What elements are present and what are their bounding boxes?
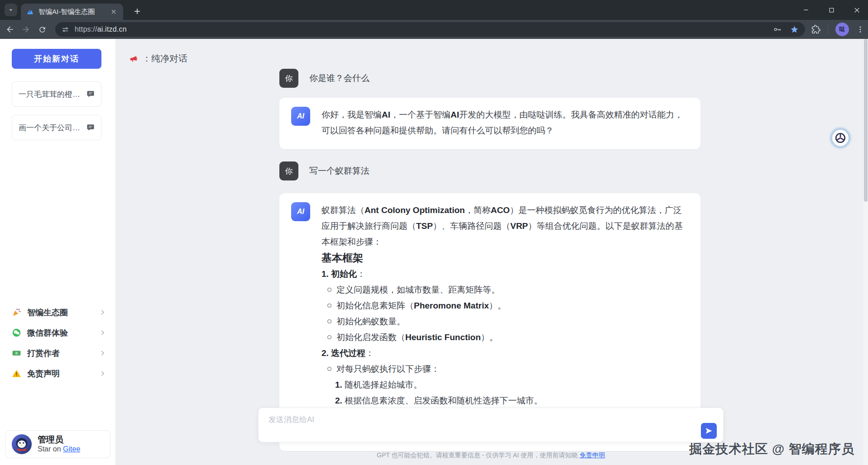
composer [258, 408, 724, 442]
user-name: 管理员 [38, 434, 80, 445]
conversation-title: 一只毛茸茸的橙色... [19, 89, 82, 100]
paper-plane-icon [705, 427, 713, 435]
page-title: ：纯净对话 [142, 52, 187, 65]
megaphone-icon [129, 54, 138, 63]
tab-close-icon[interactable] [110, 8, 118, 16]
chevron-right-icon [99, 350, 106, 356]
user-message: 你 你是谁？会什么 [279, 69, 700, 88]
disclaimer-link[interactable]: 免责申明 [580, 451, 605, 459]
wechat-icon [12, 328, 21, 337]
conversation-item[interactable]: 一只毛茸茸的橙色... [12, 81, 101, 107]
maximize-icon[interactable] [825, 3, 838, 17]
extensions-icon[interactable] [811, 25, 820, 34]
user-avatar: 你 [279, 161, 298, 180]
tab-strip: 智编AI-智编生态圈 + [0, 0, 868, 20]
sidebar-links: 智编生态圈 微信群体验 打赏作者 [0, 302, 116, 384]
sidebar-item-wechat-group[interactable]: 微信群体验 [0, 323, 116, 343]
window-controls [799, 0, 863, 20]
address-bar[interactable]: https://ai.itzd.cn [55, 22, 805, 37]
list-item: 初始化信息素矩阵（Pheromone Matrix）。 [321, 298, 688, 313]
list-item: 2. 根据信息素浓度、启发函数和随机性选择下一城市。 [321, 393, 688, 408]
message-paragraph: 蚁群算法（Ant Colony Optimization，简称ACO）是一种模拟… [321, 202, 688, 250]
ai-avatar: AI [291, 202, 310, 221]
list-item: 2. 迭代过程： [321, 345, 688, 361]
user-message: 你 写一个蚁群算法 [279, 161, 700, 180]
user-card[interactable]: 管理员 Star on Gitee [5, 430, 110, 458]
browser-toolbar: https://ai.itzd.cn 哒 [0, 20, 868, 39]
profile-avatar[interactable]: 哒 [835, 23, 849, 36]
floating-helper-button[interactable] [830, 128, 850, 148]
send-button[interactable] [701, 423, 717, 439]
message-text: 写一个蚁群算法 [309, 165, 369, 177]
reload-button[interactable] [34, 22, 50, 37]
sidebar-item-label: 微信群体验 [27, 327, 93, 338]
back-button[interactable] [2, 22, 18, 37]
url-text: https://ai.itzd.cn [75, 25, 127, 33]
bookmark-star-icon[interactable] [790, 25, 799, 34]
disclaimer-footer: GPT 也可能会犯错。请核查重要信息 - 仅供学习 AI 使用，使用前请知晓 免… [258, 451, 724, 460]
scrollbar-thumb[interactable] [864, 39, 868, 202]
message-text: 你是谁？会什么 [309, 72, 369, 84]
message-text: 你好，我是智编AI，一个基于智编AI开发的大模型，由哒哒训练。我具备高效精准的对… [321, 107, 688, 138]
browser-tab[interactable]: 智编AI-智编生态圈 [21, 4, 123, 20]
chat-header: ：纯净对话 [129, 52, 187, 65]
scrollbar-track[interactable] [863, 39, 868, 465]
gitee-link[interactable]: Gitee [63, 445, 80, 453]
list-item: 定义问题规模，如城市数量、距离矩阵等。 [321, 282, 688, 298]
sidebar-item-label: 免责声明 [27, 368, 93, 379]
chevron-right-icon [99, 309, 106, 316]
warning-icon [12, 369, 21, 378]
chevron-right-icon [99, 370, 106, 377]
list-item: 对每只蚂蚁执行以下步骤： [321, 361, 688, 377]
chat-bubble-icon [86, 123, 95, 132]
conversation-title: 画一个关于公司合... [19, 123, 82, 133]
message-list: 你 你是谁？会什么 AI 你好，我是智编AI，一个基于智编AI开发的大模型，由哒… [279, 39, 700, 451]
list-item: 1. 随机选择起始城市。 [321, 377, 688, 393]
party-popper-icon [12, 308, 21, 317]
password-key-icon[interactable] [773, 25, 782, 34]
app-window: 开始新对话 一只毛茸茸的橙色... 画一个关于公司合... 智编生态圈 [0, 39, 868, 465]
menu-dots-icon[interactable] [856, 25, 864, 33]
sidebar-item-label: 打赏作者 [27, 348, 93, 359]
message-input[interactable] [268, 413, 671, 436]
site-favicon-icon [26, 8, 34, 16]
list-item: 1. 初始化： [321, 266, 688, 282]
conversation-item[interactable]: 画一个关于公司合... [12, 115, 101, 140]
site-settings-icon[interactable] [62, 26, 69, 33]
message-heading: 基本框架 [321, 250, 688, 266]
list-item: 初始化启发函数（Heuristic Function）。 [321, 329, 688, 345]
browser-chrome: 智编AI-智编生态圈 + [0, 0, 868, 39]
minimize-icon[interactable] [799, 3, 813, 17]
close-window-icon[interactable] [850, 3, 863, 17]
money-icon [12, 348, 21, 358]
brand-logo-icon [834, 132, 846, 144]
avatar [11, 434, 32, 455]
tab-search-button[interactable] [5, 4, 17, 16]
sidebar-item-ecosystem[interactable]: 智编生态圈 [0, 302, 116, 323]
ai-avatar: AI [291, 107, 310, 126]
sidebar-item-disclaimer[interactable]: 免责声明 [0, 363, 116, 384]
forward-button[interactable] [18, 22, 34, 37]
chevron-down-icon [7, 6, 14, 14]
sidebar-item-label: 智编生态圈 [27, 307, 93, 318]
sidebar: 开始新对话 一只毛茸茸的橙色... 画一个关于公司合... 智编生态圈 [0, 39, 116, 465]
star-on-gitee: Star on Gitee [38, 445, 80, 454]
user-avatar: 你 [279, 69, 298, 88]
new-tab-button[interactable]: + [130, 5, 144, 18]
tab-title: 智编AI-智编生态圈 [38, 8, 105, 16]
sidebar-item-donate[interactable]: 打赏作者 [0, 343, 116, 363]
chat-bubble-icon [86, 90, 95, 98]
new-chat-button[interactable]: 开始新对话 [12, 49, 101, 69]
chevron-right-icon [99, 329, 106, 336]
chat-main: ：纯净对话 你 你是谁？会什么 AI 你好，我是智编AI，一个基于智编AI开发的… [116, 39, 868, 465]
ai-message: AI 你好，我是智编AI，一个基于智编AI开发的大模型，由哒哒训练。我具备高效精… [279, 98, 700, 149]
toolbar-divider [828, 25, 828, 34]
list-item: 初始化蚂蚁数量。 [321, 313, 688, 329]
